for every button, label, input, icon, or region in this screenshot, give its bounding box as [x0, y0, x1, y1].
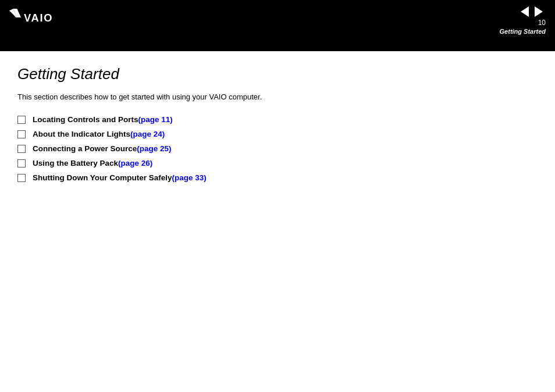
checkbox-icon — [17, 116, 26, 124]
menu-item-page-link[interactable]: (page 26) — [118, 159, 152, 168]
vaio-logo: VAIO — [9, 8, 67, 27]
list-item: About the Indicator Lights (page 24) — [17, 130, 538, 138]
menu-item-page-link[interactable]: (page 33) — [172, 173, 207, 182]
menu-item-label: Locating Controls and Ports — [33, 115, 138, 124]
menu-item-page-link[interactable]: (page 25) — [137, 144, 171, 153]
menu-list: Locating Controls and Ports (page 11)Abo… — [17, 115, 538, 182]
list-item: Using the Battery Pack (page 26) — [17, 159, 538, 168]
checkbox-icon — [17, 159, 26, 168]
prev-arrow[interactable] — [518, 6, 532, 17]
list-item: Locating Controls and Ports (page 11) — [17, 115, 538, 124]
checkbox-icon — [17, 130, 26, 138]
main-content: Getting Started This section describes h… — [0, 51, 555, 199]
list-item: Shutting Down Your Computer Safely (page… — [17, 173, 538, 182]
intro-text: This section describes how to get starte… — [17, 92, 538, 101]
nav-arrows[interactable] — [518, 6, 546, 17]
header-right: 10 Getting Started — [500, 6, 546, 35]
svg-marker-2 — [535, 6, 543, 17]
menu-item-page-link[interactable]: (page 11) — [138, 115, 173, 124]
menu-item-label: Using the Battery Pack — [33, 159, 118, 168]
menu-item-label: About the Indicator Lights — [33, 130, 130, 138]
menu-item-label: Shutting Down Your Computer Safely — [33, 173, 172, 182]
menu-item-label: Connecting a Power Source — [33, 144, 137, 153]
menu-item-page-link[interactable]: (page 24) — [130, 130, 165, 138]
checkbox-icon — [17, 145, 26, 153]
header-section-title: Getting Started — [500, 28, 546, 35]
checkbox-icon — [17, 174, 26, 182]
svg-marker-1 — [521, 6, 529, 17]
page-number: 10 — [538, 19, 546, 27]
page-header: VAIO 10 Getting Started — [0, 0, 555, 51]
page-title: Getting Started — [17, 65, 538, 83]
list-item: Connecting a Power Source (page 25) — [17, 144, 538, 153]
next-arrow[interactable] — [532, 6, 546, 17]
svg-text:VAIO: VAIO — [24, 12, 53, 24]
